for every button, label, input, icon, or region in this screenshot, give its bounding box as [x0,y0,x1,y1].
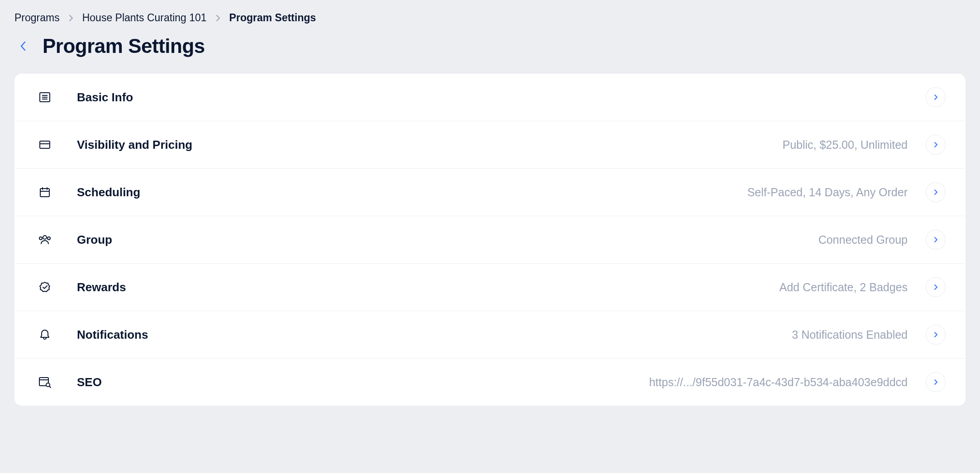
bell-icon [38,328,52,341]
chevron-right-icon [926,135,946,155]
chevron-right-icon [926,230,946,250]
row-label: Basic Info [77,90,133,104]
row-notifications[interactable]: Notifications 3 Notifications Enabled [14,311,966,359]
row-label: Notifications [77,328,148,342]
row-summary: https://.../9f55d031-7a4c-43d7-b534-aba4… [649,376,908,389]
badge-icon [38,280,52,294]
chevron-right-icon [69,14,73,22]
row-summary: 3 Notifications Enabled [792,328,908,341]
settings-card: Basic Info Visibility and Pricing Public… [14,74,966,406]
breadcrumb: Programs House Plants Curating 101 Progr… [14,9,966,32]
svg-point-11 [39,237,42,240]
calendar-icon [38,185,52,199]
chevron-right-icon [926,87,946,107]
page-title: Program Settings [43,35,205,57]
row-summary: Connected Group [818,233,908,246]
row-label: Group [77,233,112,247]
chevron-right-icon [926,372,946,392]
list-icon [38,90,52,104]
breadcrumb-programs[interactable]: Programs [14,12,60,24]
chevron-right-icon [216,14,220,22]
svg-point-12 [48,237,50,240]
group-icon [38,233,52,246]
row-label: SEO [77,375,102,389]
row-label: Scheduling [77,185,140,199]
row-summary: Self-Paced, 14 Days, Any Order [747,186,908,199]
row-scheduling[interactable]: Scheduling Self-Paced, 14 Days, Any Orde… [14,169,966,216]
breadcrumb-current: Program Settings [229,12,316,24]
svg-line-16 [49,386,51,388]
row-seo[interactable]: SEO https://.../9f55d031-7a4c-43d7-b534-… [14,359,966,406]
breadcrumb-program-name[interactable]: House Plants Curating 101 [82,12,207,24]
row-summary: Add Certificate, 2 Badges [780,281,908,294]
row-label: Rewards [77,280,126,294]
row-rewards[interactable]: Rewards Add Certificate, 2 Badges [14,264,966,311]
card-icon [38,138,52,151]
row-group[interactable]: Group Connected Group [14,216,966,264]
chevron-right-icon [926,325,946,345]
row-summary: Public, $25.00, Unlimited [782,138,908,151]
chevron-right-icon [926,182,946,202]
row-basic-info[interactable]: Basic Info [14,74,966,121]
svg-rect-6 [40,189,49,197]
row-visibility-pricing[interactable]: Visibility and Pricing Public, $25.00, U… [14,121,966,169]
browser-search-icon [38,375,52,389]
svg-point-10 [43,236,47,239]
row-label: Visibility and Pricing [77,138,192,152]
back-button[interactable] [16,36,30,56]
svg-rect-4 [40,141,50,148]
chevron-right-icon [926,277,946,297]
